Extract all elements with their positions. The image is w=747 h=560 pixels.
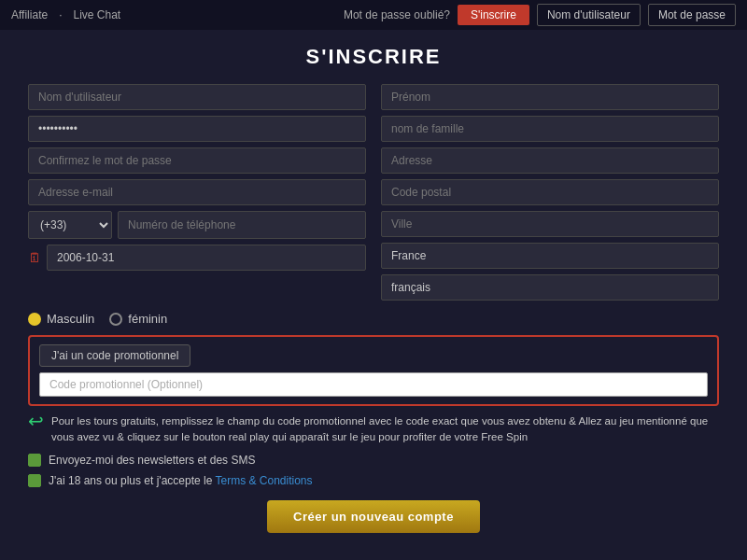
country-input[interactable] (381, 243, 719, 269)
promo-info-text: Pour les tours gratuits, remplissez le c… (51, 413, 719, 446)
newsletter-label: Envoyez-moi des newsletters et des SMS (49, 454, 255, 467)
terms-checkbox-row: J'ai 18 ans ou plus et j'accepte le Term… (28, 474, 719, 487)
left-column: (+33) 🗓 (28, 84, 366, 301)
gender-male-radio[interactable] (28, 313, 41, 326)
topnav-left: Affiliate · Live Chat (11, 8, 120, 21)
promo-info: ↩ Pour les tours gratuits, remplissez le… (28, 413, 719, 446)
gender-male-option[interactable]: Masculin (28, 312, 94, 326)
terms-conditions-link[interactable]: Terms & Conditions (215, 474, 312, 487)
calendar-icon: 🗓 (28, 250, 41, 265)
create-btn-row: Créer un nouveau compte (28, 500, 719, 533)
username-input[interactable] (28, 84, 366, 110)
page-title: S'INSCRIRE (28, 45, 719, 69)
phone-code-select[interactable]: (+33) (28, 211, 112, 239)
password-input[interactable] (28, 116, 366, 142)
date-input[interactable] (47, 245, 366, 271)
gender-male-label: Masculin (47, 312, 94, 326)
gender-female-option[interactable]: féminin (109, 312, 167, 326)
confirm-password-input[interactable] (28, 147, 366, 174)
password-button[interactable]: Mot de passe (648, 4, 736, 26)
language-input[interactable] (381, 274, 719, 301)
username-button[interactable]: Nom d'utilisateur (537, 4, 641, 26)
city-input[interactable] (381, 211, 719, 237)
newsletter-checkbox[interactable] (28, 454, 41, 467)
promo-code-input[interactable] (39, 372, 708, 397)
forgot-password-link[interactable]: Mot de passe oublié? (344, 8, 450, 21)
newsletter-checkbox-row: Envoyez-moi des newsletters et des SMS (28, 454, 719, 467)
gender-female-radio[interactable] (109, 313, 122, 326)
email-input[interactable] (28, 179, 366, 205)
livechat-link[interactable]: Live Chat (73, 8, 120, 21)
registration-form: (+33) 🗓 Masculin (28, 84, 719, 326)
main-content: S'INSCRIRE (+33) 🗓 (0, 30, 747, 542)
promo-box: J'ai un code promotionnel (28, 335, 719, 406)
topnav: Affiliate · Live Chat Mot de passe oubli… (0, 0, 747, 30)
firstname-input[interactable] (381, 84, 719, 110)
create-account-button[interactable]: Créer un nouveau compte (267, 500, 480, 533)
topnav-right: Mot de passe oublié? S'inscrire Nom d'ut… (344, 4, 736, 26)
terms-checkbox[interactable] (28, 474, 41, 487)
right-column (381, 84, 719, 301)
separator: · (59, 8, 62, 21)
lastname-input[interactable] (381, 116, 719, 142)
terms-label: J'ai 18 ans ou plus et j'accepte le Term… (49, 474, 313, 487)
gender-row: Masculin féminin (28, 312, 719, 326)
phone-row: (+33) (28, 211, 366, 239)
promo-code-toggle-button[interactable]: J'ai un code promotionnel (39, 344, 190, 367)
postal-input[interactable] (381, 179, 719, 205)
phone-input[interactable] (118, 211, 366, 239)
affiliate-link[interactable]: Affiliate (11, 8, 48, 21)
arrow-icon: ↩ (28, 410, 44, 432)
sinscrire-button[interactable]: S'inscrire (458, 5, 529, 25)
date-row: 🗓 (28, 245, 366, 271)
terms-prefix-text: J'ai 18 ans ou plus et j'accepte le (49, 474, 212, 487)
address-input[interactable] (381, 147, 719, 174)
gender-female-label: féminin (128, 312, 167, 326)
